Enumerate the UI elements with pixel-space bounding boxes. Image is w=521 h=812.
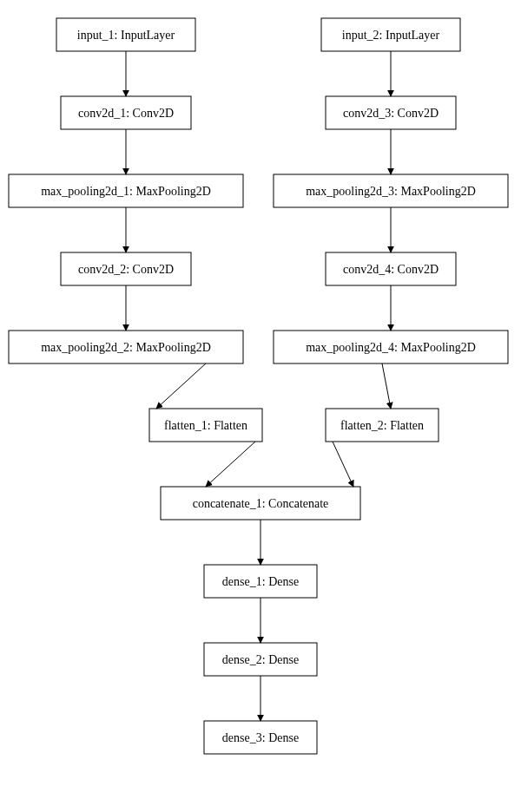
layer-node-max_pooling2d_4: max_pooling2d_4: MaxPooling2D bbox=[274, 331, 508, 363]
layer-node-max_pooling2d_1: max_pooling2d_1: MaxPooling2D bbox=[9, 174, 243, 207]
layer-node-input_1: input_1: InputLayer bbox=[56, 18, 195, 51]
layer-node-label: concatenate_1: Concatenate bbox=[193, 497, 329, 510]
layer-node-label: conv2d_3: Conv2D bbox=[343, 107, 439, 120]
edge-max_pooling2d_4-to-flatten_2 bbox=[382, 363, 391, 409]
edge-max_pooling2d_2-to-flatten_1 bbox=[156, 363, 206, 409]
layer-node-conv2d_3: conv2d_3: Conv2D bbox=[326, 96, 456, 129]
layer-node-label: conv2d_4: Conv2D bbox=[343, 263, 439, 276]
layer-node-label: max_pooling2d_2: MaxPooling2D bbox=[41, 341, 211, 354]
layer-node-dense_1: dense_1: Dense bbox=[204, 565, 317, 598]
layer-node-max_pooling2d_3: max_pooling2d_3: MaxPooling2D bbox=[274, 174, 508, 207]
layer-node-dense_2: dense_2: Dense bbox=[204, 643, 317, 676]
layer-node-label: input_2: InputLayer bbox=[342, 29, 440, 42]
layer-node-label: max_pooling2d_1: MaxPooling2D bbox=[41, 185, 211, 198]
layer-node-label: dense_2: Dense bbox=[222, 653, 299, 666]
layer-node-dense_3: dense_3: Dense bbox=[204, 721, 317, 754]
layer-node-conv2d_4: conv2d_4: Conv2D bbox=[326, 252, 456, 285]
layer-node-flatten_1: flatten_1: Flatten bbox=[149, 409, 262, 442]
layer-node-label: conv2d_1: Conv2D bbox=[78, 107, 174, 120]
layer-node-concatenate_1: concatenate_1: Concatenate bbox=[161, 487, 360, 520]
layer-node-label: max_pooling2d_3: MaxPooling2D bbox=[306, 185, 476, 198]
model-graph: input_1: InputLayerconv2d_1: Conv2Dmax_p… bbox=[0, 0, 521, 812]
edge-flatten_2-to-concatenate_1 bbox=[333, 442, 353, 487]
layer-node-label: flatten_2: Flatten bbox=[340, 419, 424, 432]
layer-node-label: input_1: InputLayer bbox=[77, 29, 175, 42]
layer-node-label: conv2d_2: Conv2D bbox=[78, 263, 174, 276]
layer-node-max_pooling2d_2: max_pooling2d_2: MaxPooling2D bbox=[9, 331, 243, 363]
layer-node-conv2d_1: conv2d_1: Conv2D bbox=[61, 96, 191, 129]
layer-node-label: flatten_1: Flatten bbox=[164, 419, 247, 432]
layer-node-label: dense_1: Dense bbox=[222, 575, 299, 588]
layer-node-flatten_2: flatten_2: Flatten bbox=[326, 409, 439, 442]
layer-node-label: dense_3: Dense bbox=[222, 731, 299, 744]
layer-node-label: max_pooling2d_4: MaxPooling2D bbox=[306, 341, 476, 354]
layer-node-conv2d_2: conv2d_2: Conv2D bbox=[61, 252, 191, 285]
layer-node-input_2: input_2: InputLayer bbox=[321, 18, 460, 51]
edge-flatten_1-to-concatenate_1 bbox=[206, 442, 255, 487]
